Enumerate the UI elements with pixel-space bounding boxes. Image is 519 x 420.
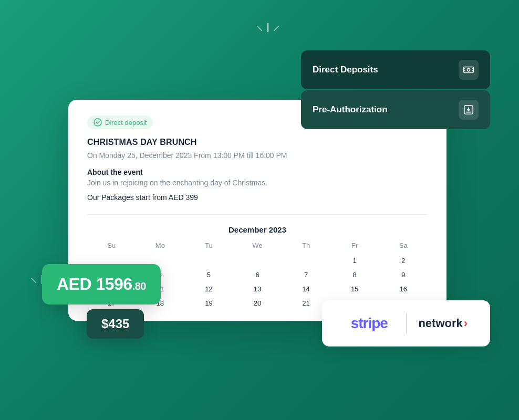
svg-point-7 <box>467 68 470 71</box>
cal-header-su: Su <box>87 242 136 254</box>
cal-day-15: 15 <box>330 282 379 296</box>
badge-text: Direct deposit <box>105 119 147 127</box>
network-logo: network› <box>411 317 476 330</box>
cal-empty <box>282 254 330 268</box>
aed-amount: AED 1596.80 <box>57 275 146 294</box>
svg-rect-6 <box>464 67 473 73</box>
payment-divider <box>406 313 407 334</box>
cal-day-5: 5 <box>184 268 233 282</box>
direct-deposits-button[interactable]: Direct Deposits <box>301 50 490 89</box>
event-date: On Monday 25, December 2023 From 13:00 P… <box>87 151 428 160</box>
banknote-icon <box>459 60 479 80</box>
svg-point-15 <box>94 119 101 126</box>
svg-line-4 <box>32 278 36 282</box>
card-divider <box>87 214 428 215</box>
event-packages: Our Packages start from AED 399 <box>87 193 428 202</box>
cal-header-tu: Tu <box>184 242 233 254</box>
cal-day-13: 13 <box>233 282 282 296</box>
aed-prefix: AED <box>57 275 96 293</box>
cal-empty <box>184 254 233 268</box>
cal-day-2: 2 <box>379 254 428 268</box>
cal-day-20: 20 <box>233 296 282 310</box>
event-title: CHRISTMAS DAY BRUNCH <box>87 138 428 147</box>
aed-price-badge: AED 1596.80 <box>42 264 161 304</box>
download-icon <box>459 100 479 120</box>
cal-day-7: 7 <box>282 268 330 282</box>
usd-price-badge: $435 <box>87 309 144 339</box>
deco-lines-top <box>252 21 284 52</box>
aed-cents: .80 <box>132 280 146 292</box>
cal-day-14: 14 <box>282 282 330 296</box>
event-about-text: Join us in rejoicing on the enchanting d… <box>87 178 428 187</box>
cal-day-8: 8 <box>330 268 379 282</box>
cal-day-12: 12 <box>184 282 233 296</box>
event-about-title: About the event <box>87 168 428 176</box>
cal-day-9: 9 <box>379 268 428 282</box>
cal-day-6: 6 <box>233 268 282 282</box>
calendar-month-label: December 2023 <box>87 225 428 234</box>
cal-empty <box>233 254 282 268</box>
cal-day-16: 16 <box>379 282 428 296</box>
svg-line-1 <box>257 26 262 30</box>
cal-header-fr: Fr <box>330 242 379 254</box>
usd-amount: $435 <box>101 317 129 331</box>
deposit-badge-icon <box>94 118 102 127</box>
svg-line-2 <box>274 26 278 30</box>
network-text: network <box>418 317 462 330</box>
pre-authorization-button[interactable]: Pre-Authorization <box>301 90 490 129</box>
cal-day-1: 1 <box>330 254 379 268</box>
direct-deposits-label: Direct Deposits <box>313 65 378 75</box>
direct-deposit-badge: Direct deposit <box>87 116 153 129</box>
cal-header-th: Th <box>282 242 330 254</box>
cal-header-sa: Sa <box>379 242 428 254</box>
aed-whole: 1596 <box>96 275 132 293</box>
network-chevron-icon: › <box>464 317 468 330</box>
payment-logos-badge: stripe network› <box>322 300 490 346</box>
cal-day-19: 19 <box>184 296 233 310</box>
stripe-logo: stripe <box>337 315 402 332</box>
pre-authorization-label: Pre-Authorization <box>313 104 388 115</box>
cal-header-we: We <box>233 242 282 254</box>
cal-header-mo: Mo <box>136 242 185 254</box>
